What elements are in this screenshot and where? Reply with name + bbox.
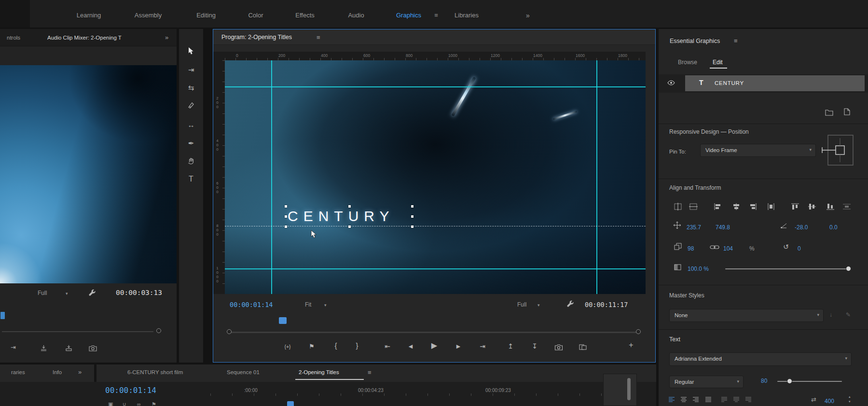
go-to-in-icon[interactable]: ⇤ [385,342,390,350]
align-top-icon[interactable] [789,201,801,212]
anchor-x-value[interactable]: -28.0 [795,224,808,231]
panel-menu-icon[interactable]: ≡ [368,369,372,376]
source-monitor-image[interactable] [0,65,177,283]
program-video-canvas[interactable]: CENTURY [225,60,646,294]
align-middle-icon[interactable] [806,201,818,212]
workspace-tab-libraries[interactable]: Libraries [455,12,479,19]
nest-icon[interactable]: ▣ [108,401,113,406]
go-to-out-icon[interactable]: ⇥ [480,342,485,350]
panel-overflow-chevron[interactable]: » [78,368,82,376]
font-size-slider-knob[interactable] [787,378,792,384]
program-zoom-handle-right[interactable] [636,329,641,334]
align-center-horizontally-frame-icon[interactable] [687,201,700,212]
distribute-horizontal-icon[interactable] [765,201,777,212]
anchor-y-value[interactable]: 0.0 [829,224,838,231]
opacity-slider-knob[interactable] [846,266,851,271]
mark-in-icon[interactable]: { [334,341,337,350]
timeline-current-timecode[interactable]: 00:00:01:14 [105,386,156,395]
workspace-tab-learning[interactable]: Learning [77,12,101,19]
workspace-tab-editing[interactable]: Editing [196,12,216,19]
text-align-justify-icon[interactable] [705,397,712,404]
workspace-overflow-chevron[interactable]: » [526,12,530,19]
master-styles-dropdown[interactable]: None ▾ [669,309,824,322]
overwrite-icon[interactable] [66,345,72,353]
new-layer-icon[interactable] [844,108,850,117]
font-family-dropdown[interactable]: Adrianna Extended ▾ [669,352,852,366]
scale-width-value[interactable]: 98 [688,245,694,252]
workspace-tab-graphics[interactable]: Graphics [396,12,421,19]
source-zoom-track[interactable] [2,331,153,332]
program-monitor-title[interactable]: Program: 2-Opening Titles [221,34,292,41]
panel-overflow-chevron[interactable]: » [165,34,168,41]
pin-to-dropdown[interactable]: Video Frame ▾ [700,144,816,157]
workspace-tab-effects[interactable]: Effects [295,12,315,19]
tab-info[interactable]: Info [53,369,62,375]
program-resolution-select[interactable]: Full [517,301,526,308]
program-zoom-select[interactable]: Fit [305,301,311,308]
align-right-icon[interactable] [746,201,759,212]
align-last-left-icon[interactable] [721,397,728,404]
align-bottom-icon[interactable] [824,201,837,212]
tab-opening-titles[interactable]: 2-Opening Titles [299,369,339,375]
program-zoom-track[interactable] [230,332,640,333]
ripple-edit-tool[interactable]: ⇆ [179,84,203,92]
add-marker-icon[interactable]: ⚑ [309,343,315,350]
workspace-tab-assembly[interactable]: Assembly [135,12,162,19]
selection-handle[interactable] [411,215,413,218]
font-size-value[interactable]: 80 [761,378,767,384]
pin-diagram[interactable] [821,131,857,170]
tracking-value[interactable]: 400 [825,398,834,405]
opacity-value[interactable]: 100.0 % [688,266,709,272]
align-last-right-icon[interactable] [745,397,752,404]
play-icon[interactable]: ▶ [431,341,437,350]
export-frame-icon[interactable] [89,345,97,353]
opacity-icon[interactable] [674,264,681,272]
extract-icon[interactable]: ↧ [532,342,537,350]
mark-out-icon[interactable]: } [356,341,358,350]
eye-icon[interactable] [667,80,675,87]
workspace-menu-icon[interactable]: ≡ [434,12,438,19]
align-center-vertically-frame-icon[interactable] [672,201,684,212]
tab-project-century[interactable]: 6-CENTURY short film [127,369,183,375]
workspace-tab-audio[interactable]: Audio [348,12,364,19]
linked-selection-icon[interactable]: ∞ [137,401,141,406]
selection-handle[interactable] [285,225,287,228]
new-folder-icon[interactable] [825,109,833,117]
panel-menu-icon[interactable]: ≡ [734,37,738,44]
text-align-left-icon[interactable] [668,397,675,404]
tab-sequence-01[interactable]: Sequence 01 [227,369,260,375]
align-center-horizontal-icon[interactable] [730,201,743,212]
source-timecode[interactable]: 00:00:03:13 [116,289,162,296]
timeline-playhead[interactable] [287,401,294,406]
opacity-slider-track[interactable] [725,268,849,269]
font-style-dropdown[interactable]: Regular ▾ [669,376,744,388]
tab-effect-controls-partial[interactable]: ntrols [7,35,20,41]
export-frame-icon[interactable] [555,344,563,352]
distribute-vertical-icon[interactable] [840,201,853,212]
scale-icon[interactable] [674,243,682,252]
position-y-value[interactable]: 749.8 [716,224,730,231]
selection-tool[interactable] [179,47,203,56]
position-x-value[interactable]: 235.7 [687,224,701,231]
anchor-point-icon[interactable] [780,222,788,230]
selection-handle[interactable] [285,205,287,208]
slip-tool[interactable]: ↔ [179,121,203,129]
hand-tool[interactable] [179,157,203,167]
lift-icon[interactable]: ↥ [508,342,513,350]
scale-height-value[interactable]: 104 [723,245,733,252]
program-current-timecode[interactable]: 00:00:01:14 [230,301,273,308]
tab-libraries-partial[interactable]: raries [11,369,25,375]
type-tool[interactable]: T [179,175,203,183]
position-icon[interactable] [673,221,681,231]
source-zoom-handle[interactable] [156,328,161,333]
selection-handle[interactable] [285,215,287,218]
spinner-up-icon[interactable]: ▴ [849,395,851,399]
step-back-icon[interactable]: ◀ [409,343,413,350]
align-last-center-icon[interactable] [733,397,740,404]
workspace-tab-color[interactable]: Color [248,12,263,19]
pen-tool[interactable]: ✒ [179,139,203,148]
step-forward-icon[interactable]: ▶ [456,343,460,350]
text-align-right-icon[interactable] [692,397,699,404]
program-zoom-handle-left[interactable] [227,329,232,334]
master-style-push-icon[interactable]: ↓ [829,311,832,318]
